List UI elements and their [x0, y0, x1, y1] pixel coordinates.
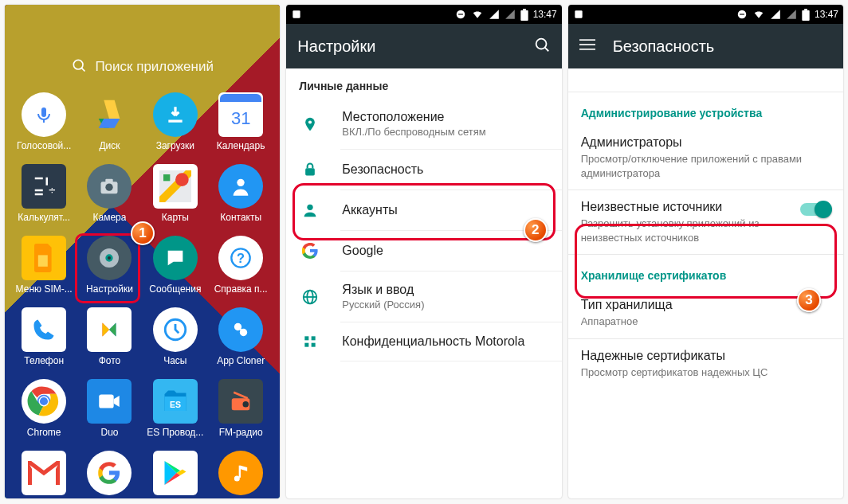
app-справка-п-[interactable]: ?Справка п...: [210, 236, 272, 295]
unknown-sources-toggle[interactable]: [800, 203, 830, 216]
app-диск[interactable]: Диск: [78, 92, 140, 151]
app-камера[interactable]: Камера: [78, 164, 140, 223]
gear-icon: [87, 236, 132, 280]
app-загрузки[interactable]: Загрузки: [144, 92, 206, 151]
settings-title: Настройки: [297, 37, 375, 56]
app-label: Голосовой...: [17, 140, 71, 151]
app-label: Калькулят...: [18, 212, 70, 223]
svg-text:÷: ÷: [49, 183, 55, 197]
phone-app-drawer: 13:47 Поиск приложений Голосовой...ДискЗ…: [5, 5, 280, 498]
settings-toolbar: Настройки: [286, 24, 561, 68]
google-icon: [299, 242, 321, 260]
svg-rect-68: [579, 44, 595, 45]
app-chrome[interactable]: Chrome: [13, 379, 75, 438]
svg-point-50: [536, 38, 546, 49]
svg-point-19: [175, 173, 189, 186]
calc-icon: ÷: [22, 164, 66, 209]
svg-rect-59: [312, 336, 316, 340]
svg-point-35: [40, 397, 48, 405]
app-g-play[interactable]: G Play: [144, 451, 206, 498]
row-trusted-certs[interactable]: Надежные сертификаты Просмотр сертификат…: [568, 339, 843, 389]
app-app-cloner[interactable]: App Cloner: [210, 307, 272, 366]
battery-icon: [520, 9, 528, 21]
security-title: Безопасность: [613, 37, 715, 56]
svg-rect-12: [35, 189, 43, 192]
status-bar: 13:47: [286, 5, 561, 24]
row-sub: Просмотр сертификатов надежных ЦС: [581, 365, 830, 380]
app-label: Часы: [163, 355, 186, 366]
svg-line-51: [544, 47, 548, 51]
lock-icon: [299, 161, 321, 178]
privacy-icon: [299, 334, 321, 350]
svg-rect-11: [46, 178, 49, 186]
maps-icon: [153, 164, 198, 209]
svg-rect-48: [520, 10, 528, 20]
app-сообщения[interactable]: Сообщения: [144, 236, 206, 295]
app-label: Фото: [99, 355, 121, 366]
app-календарь[interactable]: 31Календарь: [210, 92, 272, 151]
settings-row-google[interactable]: Google: [286, 231, 561, 271]
svg-rect-64: [740, 14, 744, 14]
app-меню-sim-[interactable]: Меню SIM-...: [13, 236, 75, 295]
app-google[interactable]: Google: [78, 451, 140, 498]
app-label: Duo: [100, 427, 118, 438]
row-unknown-sources[interactable]: Неизвестные источники Разрешить установк…: [568, 190, 843, 254]
location-icon: [299, 115, 321, 134]
svg-rect-67: [579, 39, 595, 41]
search-icon[interactable]: [533, 36, 551, 57]
app-калькулят-[interactable]: ÷Калькулят...: [13, 164, 75, 223]
app-часы[interactable]: Часы: [144, 307, 206, 366]
app-search[interactable]: Поиск приложений: [5, 43, 280, 91]
chrome-icon: [22, 379, 66, 424]
settings-row-privacy[interactable]: Конфиденциальность Motorola: [286, 322, 561, 361]
screenshot-icon: [573, 9, 584, 20]
app-fm-радио[interactable]: FM-радио: [210, 379, 272, 438]
phone-settings: 13:47 Настройки Личные данные Местополож…: [286, 5, 561, 498]
signal-icon: [489, 9, 500, 20]
app-gmail[interactable]: Gmail: [13, 451, 75, 498]
help-icon: ?: [218, 236, 263, 280]
screenshot-icon: [291, 9, 302, 20]
app-duo[interactable]: Duo: [78, 379, 140, 438]
app-карты[interactable]: Карты: [144, 164, 206, 223]
es-icon: ES: [153, 379, 198, 424]
svg-rect-60: [305, 343, 309, 347]
app-label: Телефон: [24, 355, 64, 366]
svg-rect-69: [579, 49, 595, 50]
app-настройки[interactable]: Настройки: [78, 236, 140, 295]
search-placeholder: Поиск приложений: [95, 59, 214, 75]
clock-text: 13:47: [815, 9, 838, 20]
status-bar: 13:47: [568, 5, 843, 24]
svg-text:?: ?: [237, 251, 245, 265]
section-personal: Личные данные: [286, 68, 561, 99]
svg-rect-17: [106, 179, 113, 183]
app-es-провод-[interactable]: ESES Провод...: [144, 379, 206, 438]
row-title: Язык и ввод: [342, 283, 424, 297]
svg-line-41: [234, 393, 248, 399]
hamburger-icon[interactable]: [579, 37, 595, 57]
settings-row-language[interactable]: Язык и вводРусский (Россия): [286, 272, 561, 322]
row-title: Google: [342, 244, 383, 258]
signal-icon: [770, 9, 781, 20]
radio-icon: [218, 379, 263, 424]
app-music[interactable]: Music: [210, 451, 272, 498]
svg-rect-20: [163, 174, 170, 181]
cloner-icon: [218, 307, 263, 352]
phone-icon: [22, 307, 66, 352]
app-фото[interactable]: Фото: [78, 307, 140, 366]
settings-row-lock[interactable]: Безопасность: [286, 150, 561, 189]
svg-rect-53: [305, 168, 315, 175]
row-title: Неизвестные источники: [581, 200, 792, 214]
google-icon: [87, 451, 132, 495]
app-голосовой-[interactable]: Голосовой...: [13, 92, 75, 151]
row-administrators[interactable]: Администраторы Просмотр/отключение прило…: [568, 126, 843, 189]
settings-row-location[interactable]: МестоположениеВКЛ./По беспроводным сетям: [286, 99, 561, 149]
settings-row-account[interactable]: Аккаунты: [286, 190, 561, 230]
camera-icon: [87, 164, 132, 209]
row-storage-type[interactable]: Тип хранилища Аппаратное: [568, 288, 843, 338]
app-label: Меню SIM-...: [16, 283, 73, 295]
app-телефон[interactable]: Телефон: [13, 307, 75, 366]
svg-rect-61: [312, 343, 316, 347]
app-контакты[interactable]: Контакты: [210, 164, 272, 223]
security-toolbar: Безопасность: [568, 24, 843, 68]
